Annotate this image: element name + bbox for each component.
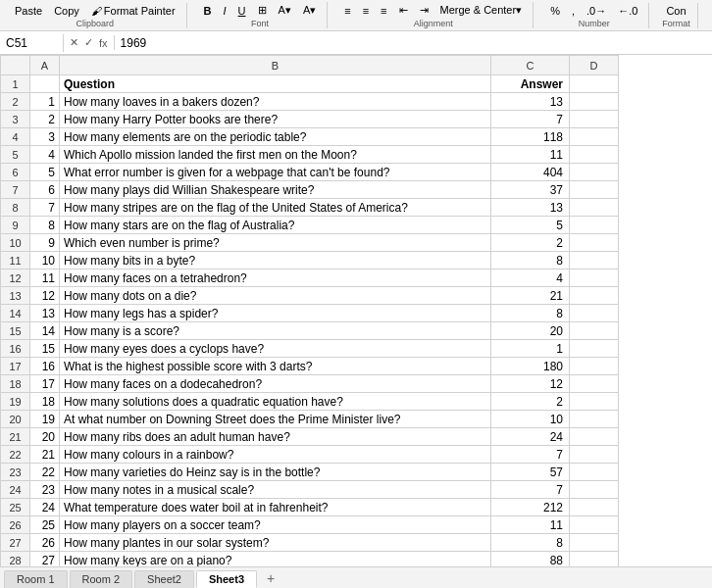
cell-B21[interactable]: How many ribs does an adult human have? — [60, 428, 491, 446]
align-right-button[interactable]: ≡ — [376, 3, 391, 19]
cell-B5[interactable]: Which Apollo mission landed the first me… — [60, 146, 491, 164]
cell-D13[interactable] — [570, 287, 619, 305]
cell-B9[interactable]: How many stars are on the flag of Austra… — [60, 217, 491, 234]
cell-B22[interactable]: How many colours in a rainbow? — [60, 446, 491, 464]
cell-D15[interactable] — [570, 322, 619, 340]
cell-B3[interactable]: How many Harry Potter books are there? — [60, 111, 491, 128]
cell-B24[interactable]: How many notes in a musical scale? — [60, 481, 491, 499]
row-header[interactable]: 7 — [1, 181, 30, 199]
format-button[interactable]: Con — [661, 3, 690, 19]
cell-C13[interactable]: 21 — [491, 287, 570, 305]
decrease-decimal-button[interactable]: ←.0 — [613, 3, 642, 19]
row-header[interactable]: 5 — [1, 146, 30, 164]
cell-D16[interactable] — [570, 340, 619, 358]
cell-A9[interactable]: 8 — [30, 217, 60, 234]
percent-button[interactable]: % — [545, 3, 565, 19]
row-header[interactable]: 25 — [1, 499, 30, 516]
cell-C9[interactable]: 5 — [491, 217, 570, 234]
increase-decimal-button[interactable]: .0→ — [582, 3, 611, 19]
cell-B27[interactable]: How many plantes in our solar system? — [60, 534, 491, 552]
cell-C15[interactable]: 20 — [491, 322, 570, 340]
bold-button[interactable]: B — [199, 3, 217, 19]
row-header[interactable]: 22 — [1, 446, 30, 464]
col-header-A[interactable]: A — [30, 56, 60, 75]
cell-A22[interactable]: 21 — [30, 446, 60, 464]
cell-D2[interactable] — [570, 93, 619, 111]
cancel-formula-icon[interactable]: ✕ — [68, 35, 80, 50]
cell-B4[interactable]: How many elements are on the periodic ta… — [60, 128, 491, 146]
cell-C23[interactable]: 57 — [491, 464, 570, 481]
comma-button[interactable]: , — [567, 3, 580, 19]
cell-C26[interactable]: 11 — [491, 516, 570, 534]
cell-C18[interactable]: 12 — [491, 375, 570, 393]
formula-input[interactable] — [115, 34, 712, 52]
cell-A21[interactable]: 20 — [30, 428, 60, 446]
cell-C11[interactable]: 8 — [491, 252, 570, 270]
cell-C12[interactable]: 4 — [491, 270, 570, 287]
cell-D8[interactable] — [570, 199, 619, 217]
fill-color-button[interactable]: A▾ — [274, 2, 296, 19]
sheet-tab-sheet3[interactable]: Sheet3 — [196, 570, 257, 588]
cell-A19[interactable]: 18 — [30, 393, 60, 411]
align-center-button[interactable]: ≡ — [358, 3, 374, 19]
cell-A11[interactable]: 10 — [30, 252, 60, 270]
cell-C6[interactable]: 404 — [491, 164, 570, 181]
cell-B20[interactable]: At what number on Downing Street does th… — [60, 411, 491, 428]
cell-D25[interactable] — [570, 499, 619, 516]
row-header[interactable]: 4 — [1, 128, 30, 146]
cell-D22[interactable] — [570, 446, 619, 464]
row-header[interactable]: 14 — [1, 305, 30, 322]
outdent-button[interactable]: ⇥ — [415, 2, 433, 19]
cell-D6[interactable] — [570, 164, 619, 181]
sheet-tab-room-1[interactable]: Room 1 — [4, 570, 68, 588]
cell-C14[interactable]: 8 — [491, 305, 570, 322]
cell-D14[interactable] — [570, 305, 619, 322]
cell-B26[interactable]: How many players on a soccer team? — [60, 516, 491, 534]
row-header[interactable]: 3 — [1, 111, 30, 128]
row-header[interactable]: 28 — [1, 552, 30, 567]
cell-A12[interactable]: 11 — [30, 270, 60, 287]
cell-A23[interactable]: 22 — [30, 464, 60, 481]
cell-D23[interactable] — [570, 464, 619, 481]
row-header[interactable]: 24 — [1, 481, 30, 499]
row-header[interactable]: 9 — [1, 217, 30, 234]
cell-B1[interactable]: Question — [60, 75, 491, 93]
cell-A6[interactable]: 5 — [30, 164, 60, 181]
col-header-B[interactable]: B — [60, 56, 491, 75]
cell-C28[interactable]: 88 — [491, 552, 570, 567]
cell-reference[interactable]: C51 — [0, 34, 64, 52]
cell-C21[interactable]: 24 — [491, 428, 570, 446]
cell-A10[interactable]: 9 — [30, 234, 60, 252]
cell-C2[interactable]: 13 — [491, 93, 570, 111]
row-header[interactable]: 6 — [1, 164, 30, 181]
underline-button[interactable]: U — [233, 3, 251, 19]
cell-B18[interactable]: How many faces on a dodecahedron? — [60, 375, 491, 393]
cell-A5[interactable]: 4 — [30, 146, 60, 164]
cell-A27[interactable]: 26 — [30, 534, 60, 552]
row-header[interactable]: 16 — [1, 340, 30, 358]
row-header[interactable]: 20 — [1, 411, 30, 428]
sheet-tab-sheet2[interactable]: Sheet2 — [134, 570, 194, 588]
confirm-formula-icon[interactable]: ✓ — [82, 35, 95, 50]
cell-D12[interactable] — [570, 270, 619, 287]
cell-B15[interactable]: How many is a score? — [60, 322, 491, 340]
insert-function-icon[interactable]: fx — [97, 36, 110, 50]
cell-A28[interactable]: 27 — [30, 552, 60, 567]
row-header[interactable]: 10 — [1, 234, 30, 252]
cell-C8[interactable]: 13 — [491, 199, 570, 217]
row-header[interactable]: 11 — [1, 252, 30, 270]
cell-B6[interactable]: What error number is given for a webpage… — [60, 164, 491, 181]
row-header[interactable]: 18 — [1, 375, 30, 393]
cell-D26[interactable] — [570, 516, 619, 534]
row-header[interactable]: 19 — [1, 393, 30, 411]
cell-B14[interactable]: How many legs has a spider? — [60, 305, 491, 322]
cell-D5[interactable] — [570, 146, 619, 164]
cell-D27[interactable] — [570, 534, 619, 552]
indent-button[interactable]: ⇤ — [394, 2, 413, 19]
cell-C17[interactable]: 180 — [491, 358, 570, 375]
cell-C27[interactable]: 8 — [491, 534, 570, 552]
row-header[interactable]: 21 — [1, 428, 30, 446]
cell-C3[interactable]: 7 — [491, 111, 570, 128]
cell-A1[interactable] — [30, 75, 60, 93]
cell-C19[interactable]: 2 — [491, 393, 570, 411]
